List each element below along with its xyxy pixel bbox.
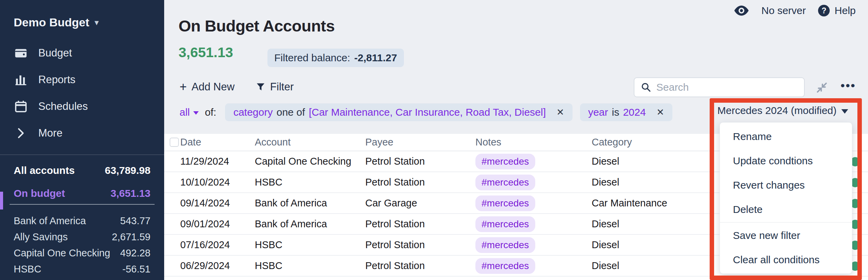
cell-account: HSBC [255,177,365,188]
sidebar: Demo Budget ▾ BudgetReportsSchedulesMore… [0,0,164,280]
sidebar-item-label: Reports [38,74,76,86]
question-mark-icon: ? [818,5,830,16]
condition-operator: one of [276,106,305,118]
account-balance: 2,671.59 [112,231,150,243]
sidebar-account-item[interactable]: Capital One Checking492.28 [0,245,164,261]
note-tag: #mercedes [475,195,535,211]
filtered-balance-label: Filtered balance: [274,52,350,64]
sidebar-account-item[interactable]: Bank of America543.77 [0,213,164,229]
filtered-balance-value: -2,811.27 [354,52,397,64]
accounts-list: Bank of America543.77Ally Savings2,671.5… [0,213,164,277]
menu-item-revert-changes[interactable]: Revert changes [720,173,852,197]
account-balance: 3,651.13 [179,44,233,61]
match-mode-select[interactable]: all [180,106,199,118]
sidebar-item-schedules[interactable]: Schedules [0,93,164,120]
menu-item-rename[interactable]: Rename [720,124,852,149]
cell-payee: Car Garage [365,198,475,209]
bar-chart-icon [14,73,28,87]
cell-account: Bank of America [255,218,365,230]
cell-account: Capital One Checking [255,156,365,167]
cell-date: 11/29/2024 [180,156,255,167]
cell-notes: #mercedes [475,195,592,211]
condition-value: [Car Maintenance, Car Insurance, Road Ta… [309,106,546,118]
cell-notes: #mercedes [475,175,592,190]
menu-item-delete[interactable]: Delete [720,197,852,221]
budget-file-switcher[interactable]: Demo Budget ▾ [14,16,98,29]
note-tag: #mercedes [475,237,535,253]
filter-label: Filter [270,81,294,93]
cell-date: 07/16/2024 [180,239,255,251]
saved-filter-dropdown-button[interactable]: Mercedes 2024 (modified) [717,105,848,116]
menu-item-save-new-filter[interactable]: Save new filter [720,223,852,247]
cell-notes: #mercedes [475,154,592,169]
help-label: Help [834,5,856,16]
filter-condition-pill[interactable]: yearis2024✕ [580,103,672,121]
menu-item-update-condtions[interactable]: Update condtions [720,149,852,173]
topbar: No server ? Help [734,5,856,16]
budget-file-name: Demo Budget [14,16,89,29]
filter-button[interactable]: Filter [256,81,294,93]
search-input[interactable] [656,81,793,93]
main-content: No server ? Help On Budget Accounts 3,65… [164,0,868,280]
cell-notes: #mercedes [475,216,592,232]
cell-payee: Petrol Station [365,239,475,251]
column-header-notes[interactable]: Notes [475,137,592,148]
caret-down-icon: ▾ [95,18,98,27]
search-box [634,77,805,97]
cell-date: 09/01/2024 [180,218,255,230]
condition-field: year [588,106,608,118]
wallet-icon [14,46,28,60]
chevron-right-icon [14,126,28,140]
sidebar-item-more[interactable]: More [0,120,164,147]
accounts-summary: All accounts63,789.98On budget3,651.13 [0,161,164,205]
privacy-toggle-button[interactable] [734,5,749,16]
sidebar-item-reports[interactable]: Reports [0,66,164,93]
sidebar-item-budget[interactable]: Budget [0,40,164,66]
help-button[interactable]: ? Help [818,5,856,16]
cell-notes: #mercedes [475,237,592,253]
saved-filter-name: Mercedes 2024 (modified) [717,105,837,116]
account-label: Ally Savings [14,231,68,243]
sidebar-account-item[interactable]: HSBC-56.51 [0,261,164,277]
toolbar: + Add New Filter [180,81,294,93]
condition-operator: is [612,106,619,118]
note-tag: #mercedes [475,216,535,232]
condition-value: 2024 [623,106,646,118]
sidebar-account-item[interactable]: Ally Savings2,671.59 [0,229,164,245]
sidebar-item-label: Schedules [38,100,88,113]
remove-condition-icon[interactable]: ✕ [656,107,664,118]
sidebar-nav: BudgetReportsSchedulesMore [0,40,164,147]
menu-item-clear-all-conditions[interactable]: Clear all conditions [720,247,852,272]
remove-condition-icon[interactable]: ✕ [556,107,564,118]
column-header-date[interactable]: Date [180,137,255,148]
filter-condition-pill[interactable]: categoryone of[Car Maintenance, Car Insu… [225,103,572,121]
cell-notes: #mercedes [475,258,592,274]
cell-account: HSBC [255,260,365,271]
column-header-payee[interactable]: Payee [365,137,475,148]
account-balance: 543.77 [120,215,150,227]
more-options-icon[interactable]: ••• [841,79,856,92]
account-label: Bank of America [14,215,86,227]
wallet-icon [14,47,27,60]
bar-chart-icon [14,73,27,86]
select-all-checkbox[interactable] [170,138,179,147]
funnel-icon [256,82,265,92]
search-icon [641,82,652,93]
add-new-button[interactable]: + Add New [180,81,235,93]
page-title: On Budget Accounts [179,16,335,35]
summary-value: 63,789.98 [105,165,150,176]
summary-label: On budget [14,188,65,199]
server-status[interactable]: No server [761,5,806,16]
summary-label: All accounts [14,165,75,176]
account-label: Capital One Checking [14,247,110,259]
cell-payee: Petrol Station [365,177,475,188]
app-window: Demo Budget ▾ BudgetReportsSchedulesMore… [0,0,868,280]
sidebar-summary-on-budget[interactable]: On budget3,651.13 [10,183,155,205]
plus-icon: + [180,81,187,93]
sidebar-summary-all-accounts[interactable]: All accounts63,789.98 [0,161,164,180]
cell-payee: Petrol Station [365,156,475,167]
sidebar-item-label: More [38,127,63,139]
condition-pills: categoryone of[Car Maintenance, Car Insu… [225,103,672,121]
collapse-splits-icon[interactable] [816,81,828,94]
column-header-account[interactable]: Account [255,137,365,148]
